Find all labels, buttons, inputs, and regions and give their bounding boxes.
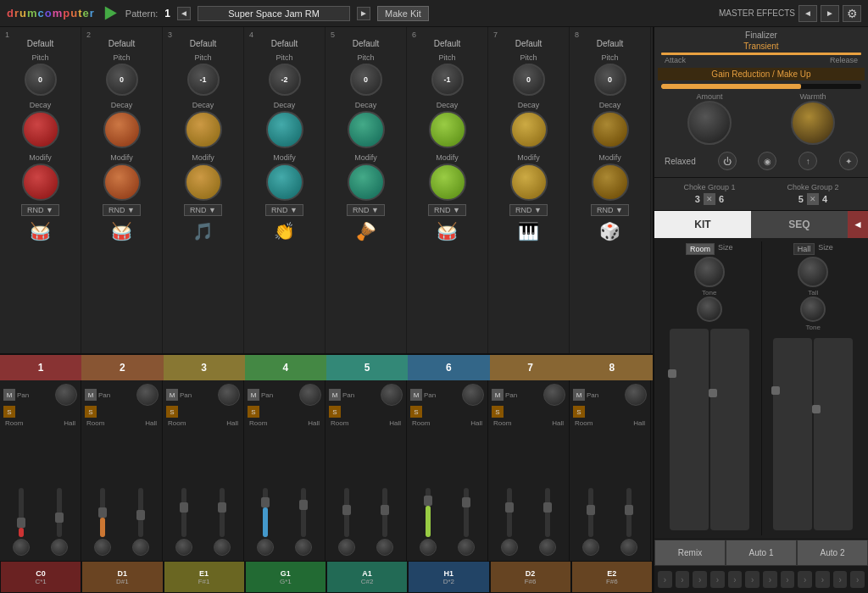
seq-step-7[interactable]: › xyxy=(763,571,777,588)
room-knob-7[interactable] xyxy=(501,539,518,556)
modify-knob-4[interactable] xyxy=(266,163,303,201)
seq-step-3[interactable]: › xyxy=(693,571,707,588)
remix-button[interactable]: Remix xyxy=(654,540,726,566)
modify-knob-3[interactable] xyxy=(185,163,222,201)
mute-btn-2[interactable]: M xyxy=(85,389,97,401)
pitch-knob-7[interactable]: 0 xyxy=(513,64,545,96)
mute-btn-3[interactable]: M xyxy=(166,389,178,401)
decay-knob-3[interactable] xyxy=(185,111,222,148)
seq-step-9[interactable]: › xyxy=(798,571,812,588)
pan-knob-1[interactable] xyxy=(55,384,77,406)
room-knob-5[interactable] xyxy=(338,539,355,556)
note-btn-6[interactable]: H1D*2 xyxy=(408,561,489,593)
pitch-knob-2[interactable]: 0 xyxy=(106,64,138,96)
mute-btn-8[interactable]: M xyxy=(573,389,585,401)
room-knob-1[interactable] xyxy=(13,539,30,556)
hall-fader-1[interactable] xyxy=(773,338,812,530)
modify-knob-1[interactable] xyxy=(22,163,59,201)
pan-knob-5[interactable] xyxy=(381,384,403,406)
seq-tab-button[interactable]: SEQ xyxy=(751,211,848,238)
modify-knob-2[interactable] xyxy=(103,163,141,201)
nav-forward-button[interactable]: ► xyxy=(821,5,839,22)
seq-step-10[interactable]: › xyxy=(815,571,830,588)
pan-knob-4[interactable] xyxy=(299,384,321,406)
mute-btn-4[interactable]: M xyxy=(248,389,259,401)
note-btn-2[interactable]: D1D#1 xyxy=(81,561,163,593)
mute-btn-5[interactable]: M xyxy=(329,389,341,401)
seq-step-4[interactable]: › xyxy=(710,571,725,588)
mute-btn-7[interactable]: M xyxy=(492,389,504,401)
room-knob-8[interactable] xyxy=(582,539,599,556)
note-btn-1[interactable]: C0C*1 xyxy=(0,561,81,593)
rnd-btn-1[interactable]: RND ▼ xyxy=(21,204,59,216)
up-icon[interactable]: ↑ xyxy=(798,152,817,170)
note-btn-8[interactable]: E2F#6 xyxy=(571,561,653,593)
make-kit-button[interactable]: Make Kit xyxy=(377,6,429,21)
hall-fader-2[interactable] xyxy=(814,338,853,530)
modify-knob-6[interactable] xyxy=(429,163,466,201)
solo-btn-8[interactable]: S xyxy=(573,406,585,418)
prev-pattern-button[interactable]: ◄ xyxy=(177,7,191,20)
decay-knob-5[interactable] xyxy=(348,111,385,148)
solo-btn-2[interactable]: S xyxy=(85,406,97,418)
decay-knob-1[interactable] xyxy=(22,111,59,148)
rnd-btn-7[interactable]: RND ▼ xyxy=(509,204,548,216)
ch-button-8[interactable]: 8 xyxy=(571,355,653,380)
fx-icon[interactable]: ✦ xyxy=(839,152,858,170)
mute-btn-1[interactable]: M xyxy=(3,389,15,401)
mute-btn-6[interactable]: M xyxy=(410,389,422,401)
room-knob-6[interactable] xyxy=(420,539,437,556)
power-icon[interactable]: ⏻ xyxy=(718,152,737,170)
ch-button-4[interactable]: 4 xyxy=(245,355,326,380)
note-btn-5[interactable]: A1C#2 xyxy=(326,561,408,593)
note-btn-7[interactable]: D2F#6 xyxy=(490,561,571,593)
pitch-knob-8[interactable]: 0 xyxy=(594,64,626,96)
note-btn-4[interactable]: G1G*1 xyxy=(245,561,326,593)
seq-step-12[interactable]: › xyxy=(850,571,865,588)
hall-tall-knob[interactable] xyxy=(800,296,826,322)
pan-knob-6[interactable] xyxy=(462,384,484,406)
seq-step-11[interactable]: › xyxy=(833,571,848,588)
rnd-btn-4[interactable]: RND ▼ xyxy=(265,204,303,216)
room-knob-2[interactable] xyxy=(94,539,111,556)
pitch-knob-5[interactable]: 0 xyxy=(350,64,382,96)
seq-arrow-button[interactable]: ◄ xyxy=(848,211,868,238)
modify-knob-7[interactable] xyxy=(510,163,548,201)
settings-button[interactable]: ⚙ xyxy=(843,5,861,22)
seq-step-2[interactable]: › xyxy=(676,571,690,588)
room-knob-4[interactable] xyxy=(257,539,274,556)
pan-knob-3[interactable] xyxy=(218,384,240,406)
choke-1-x-btn[interactable]: ✕ xyxy=(704,193,715,205)
preset-icon[interactable]: ◉ xyxy=(758,152,776,170)
hall-knob-2[interactable] xyxy=(132,539,149,556)
modify-knob-8[interactable] xyxy=(592,163,629,201)
choke-2-x-btn[interactable]: ✕ xyxy=(807,193,819,205)
ch-button-2[interactable]: 2 xyxy=(81,355,163,380)
hall-size-knob[interactable] xyxy=(798,257,828,287)
pan-knob-8[interactable] xyxy=(625,384,647,406)
seq-step-5[interactable]: › xyxy=(728,571,743,588)
room-knob-3[interactable] xyxy=(175,539,192,556)
rnd-btn-2[interactable]: RND ▼ xyxy=(103,204,141,216)
hall-knob-3[interactable] xyxy=(214,539,231,556)
pitch-knob-4[interactable]: -2 xyxy=(269,64,301,96)
ch-button-6[interactable]: 6 xyxy=(408,355,489,380)
solo-btn-4[interactable]: S xyxy=(248,406,259,418)
modify-knob-5[interactable] xyxy=(348,163,385,201)
play-button[interactable] xyxy=(102,5,119,22)
seq-step-8[interactable]: › xyxy=(781,571,795,588)
hall-knob-1[interactable] xyxy=(51,539,68,556)
decay-knob-2[interactable] xyxy=(103,111,141,148)
ch-button-5[interactable]: 5 xyxy=(326,355,408,380)
pan-knob-2[interactable] xyxy=(136,384,159,406)
decay-knob-8[interactable] xyxy=(592,111,629,148)
room-fader-2[interactable] xyxy=(710,329,749,530)
seq-step-6[interactable]: › xyxy=(745,571,760,588)
seq-step-1[interactable]: › xyxy=(658,571,672,588)
next-pattern-button[interactable]: ► xyxy=(357,7,370,20)
kit-tab-button[interactable]: KIT xyxy=(654,211,751,238)
amount-knob[interactable] xyxy=(687,101,732,145)
pitch-knob-1[interactable]: 0 xyxy=(25,64,57,96)
preset-name-input[interactable] xyxy=(198,6,350,21)
ch-button-7[interactable]: 7 xyxy=(490,355,571,380)
